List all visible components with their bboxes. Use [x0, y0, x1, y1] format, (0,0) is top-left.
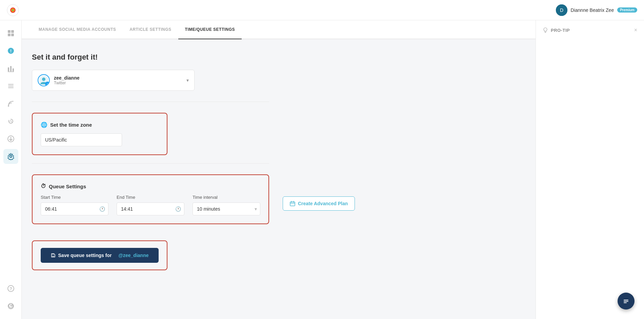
svg-rect-14 — [13, 68, 14, 71]
svg-rect-7 — [11, 30, 14, 33]
save-btn-username: @zee_dianne — [118, 253, 148, 258]
end-time-input[interactable] — [117, 203, 184, 215]
app-logo[interactable] — [7, 4, 19, 16]
user-area: D Diannne Beatrix Zee Premium — [556, 4, 637, 16]
section-divider — [32, 102, 269, 102]
start-time-field: Start Time 🕐 — [41, 195, 108, 215]
sidebar-item-alerts[interactable]: ! — [3, 43, 18, 58]
timezone-input[interactable] — [41, 133, 122, 146]
svg-point-19 — [8, 105, 9, 107]
end-time-field: End Time 🕐 — [117, 195, 184, 215]
end-time-clock-icon: 🕐 — [175, 206, 181, 212]
svg-rect-12 — [8, 67, 9, 71]
interval-select-wrap: 5 minutes 10 minutes 15 minutes 30 minut… — [193, 203, 260, 215]
svg-point-3 — [12, 9, 14, 11]
pro-tip-close-button[interactable]: × — [634, 27, 637, 33]
twitter-badge-icon: t — [45, 82, 50, 86]
globe-icon: 🌐 — [41, 122, 47, 128]
svg-rect-9 — [11, 34, 14, 36]
logo-area — [7, 4, 19, 16]
svg-text:D: D — [560, 7, 563, 13]
svg-rect-36 — [52, 256, 54, 257]
calendar-icon — [290, 201, 295, 206]
main-wrapper: ! — [22, 20, 644, 319]
sidebar-item-analytics[interactable] — [3, 61, 18, 76]
queue-settings-label: Queue Settings — [49, 184, 86, 189]
account-platform: Twitter — [54, 81, 79, 85]
account-avatar: t — [38, 74, 50, 86]
tab-article-settings[interactable]: Article Settings — [123, 20, 178, 39]
user-name: Diannne Beatrix Zee — [571, 7, 614, 13]
sidebar-item-import[interactable] — [3, 131, 18, 146]
interval-label: Time interval — [193, 195, 260, 200]
save-icon — [51, 253, 56, 258]
queue-settings-section: ⏱ Queue Settings Start Time 🕐 — [32, 174, 269, 224]
timezone-title-label: Set the time zone — [50, 122, 92, 128]
start-time-label: Start Time — [41, 195, 108, 200]
svg-rect-13 — [10, 66, 12, 71]
account-username: zee_dianne — [54, 75, 79, 81]
svg-text:t: t — [47, 83, 48, 85]
queue-fields-row: Start Time 🕐 End Time 🕐 — [41, 195, 260, 215]
content-area: Manage Social Media Accounts Article Set… — [22, 20, 536, 319]
account-selector[interactable]: t zee_dianne Twitter ▾ — [32, 70, 195, 91]
account-details: zee_dianne Twitter — [54, 75, 79, 85]
account-info: t zee_dianne Twitter — [38, 74, 79, 86]
create-advanced-plan-button[interactable]: Create Advanced Plan — [283, 196, 355, 211]
svg-line-21 — [11, 121, 12, 122]
svg-text:!: ! — [10, 49, 12, 54]
pro-tip-panel: PRO-TIP × — [536, 20, 644, 319]
timezone-section: 🌐 Set the time zone — [32, 113, 167, 155]
end-time-label: End Time — [117, 195, 184, 200]
tab-time-queue-settings[interactable]: Time/Queue Settings — [178, 20, 242, 39]
svg-rect-8 — [8, 34, 11, 36]
end-time-wrap: 🕐 — [117, 203, 184, 215]
account-selector-chevron-icon: ▾ — [186, 78, 189, 83]
svg-rect-6 — [8, 30, 11, 33]
premium-badge: Premium — [617, 7, 637, 13]
sidebar-item-dashboard[interactable] — [3, 26, 18, 41]
sidebar-item-history[interactable] — [3, 114, 18, 129]
svg-rect-37 — [52, 254, 54, 255]
start-time-clock-icon: 🕐 — [99, 206, 105, 212]
queue-row-wrapper: ⏱ Queue Settings Start Time 🕐 — [32, 174, 317, 232]
start-time-wrap: 🕐 — [41, 203, 108, 215]
interval-field: Time interval 5 minutes 10 minutes 15 mi… — [193, 195, 260, 215]
interval-select[interactable]: 5 minutes 10 minutes 15 minutes 30 minut… — [193, 203, 260, 215]
svg-rect-32 — [290, 202, 295, 206]
tabs-bar: Manage Social Media Accounts Article Set… — [22, 20, 536, 39]
pro-tip-title: PRO-TIP — [543, 27, 570, 33]
queue-icon: ⏱ — [41, 183, 46, 189]
svg-point-30 — [42, 78, 45, 81]
page-content: Set it and forget it! t — [22, 39, 327, 284]
sidebar-item-feed[interactable] — [3, 96, 18, 111]
timezone-title: 🌐 Set the time zone — [41, 122, 159, 128]
queue-settings-title: ⏱ Queue Settings — [41, 183, 260, 189]
sidebar: ! — [0, 20, 22, 319]
tab-manage-accounts[interactable]: Manage Social Media Accounts — [32, 20, 123, 39]
sidebar-item-settings[interactable] — [3, 149, 18, 164]
save-queue-settings-button[interactable]: Save queue settings for @zee_dianne — [41, 248, 159, 263]
chat-fab-button[interactable] — [618, 293, 635, 310]
start-time-input[interactable] — [41, 203, 108, 215]
avatar: D — [556, 4, 567, 16]
top-header: D Diannne Beatrix Zee Premium — [0, 0, 644, 20]
section-divider-2 — [32, 163, 269, 164]
svg-point-24 — [10, 155, 12, 157]
save-box: Save queue settings for @zee_dianne — [32, 240, 167, 270]
page-heading: Set it and forget it! — [32, 53, 317, 62]
save-section: Save queue settings for @zee_dianne — [32, 240, 317, 270]
content-wrapper: Manage Social Media Accounts Article Set… — [22, 20, 644, 319]
svg-text:?: ? — [9, 286, 12, 291]
lightbulb-icon — [543, 27, 548, 33]
create-advanced-plan-label: Create Advanced Plan — [298, 201, 348, 206]
sidebar-item-help[interactable]: ? — [3, 281, 18, 296]
save-btn-prefix: Save queue settings for — [58, 253, 112, 258]
sidebar-item-queue[interactable] — [3, 79, 18, 93]
pro-tip-header: PRO-TIP × — [543, 27, 637, 33]
sidebar-item-logout[interactable] — [3, 299, 18, 314]
